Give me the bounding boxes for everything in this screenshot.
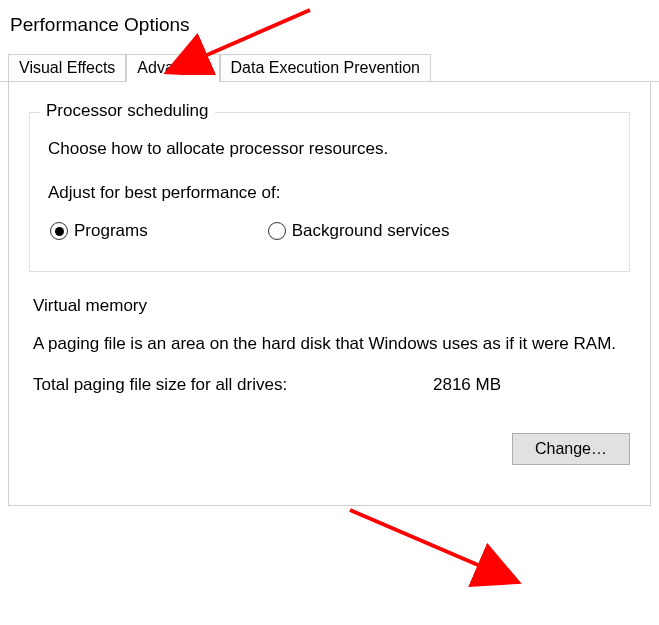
- radio-programs-label: Programs: [74, 221, 148, 241]
- radio-background-label: Background services: [292, 221, 450, 241]
- paging-size-label: Total paging file size for all drives:: [33, 375, 433, 395]
- paging-size-value: 2816 MB: [433, 375, 501, 395]
- change-button[interactable]: Change…: [512, 433, 630, 465]
- radio-unselected-icon: [268, 222, 286, 240]
- processor-scheduling-description: Choose how to allocate processor resourc…: [48, 139, 611, 159]
- radio-selected-icon: [50, 222, 68, 240]
- processor-scheduling-group: Processor scheduling Choose how to alloc…: [29, 112, 630, 272]
- change-button-row: Change…: [33, 433, 630, 465]
- paging-size-row: Total paging file size for all drives: 2…: [33, 375, 630, 395]
- window-title: Performance Options: [0, 0, 659, 54]
- radio-background[interactable]: Background services: [268, 221, 450, 241]
- radio-row: Programs Background services: [50, 221, 611, 241]
- virtual-memory-group: Virtual memory A paging file is an area …: [29, 296, 630, 465]
- tab-advanced[interactable]: Advanced: [126, 54, 219, 82]
- tab-visual-effects[interactable]: Visual Effects: [8, 54, 126, 82]
- virtual-memory-legend: Virtual memory: [33, 296, 630, 316]
- tab-dep[interactable]: Data Execution Prevention: [220, 54, 431, 82]
- tab-bar: Visual Effects Advanced Data Execution P…: [0, 54, 659, 82]
- svg-line-1: [350, 510, 485, 568]
- adjust-label: Adjust for best performance of:: [48, 183, 611, 203]
- annotation-arrow-button: [340, 500, 540, 590]
- radio-programs[interactable]: Programs: [50, 221, 148, 241]
- tab-content: Processor scheduling Choose how to alloc…: [8, 82, 651, 506]
- virtual-memory-description: A paging file is an area on the hard dis…: [33, 332, 630, 357]
- processor-scheduling-legend: Processor scheduling: [40, 101, 215, 121]
